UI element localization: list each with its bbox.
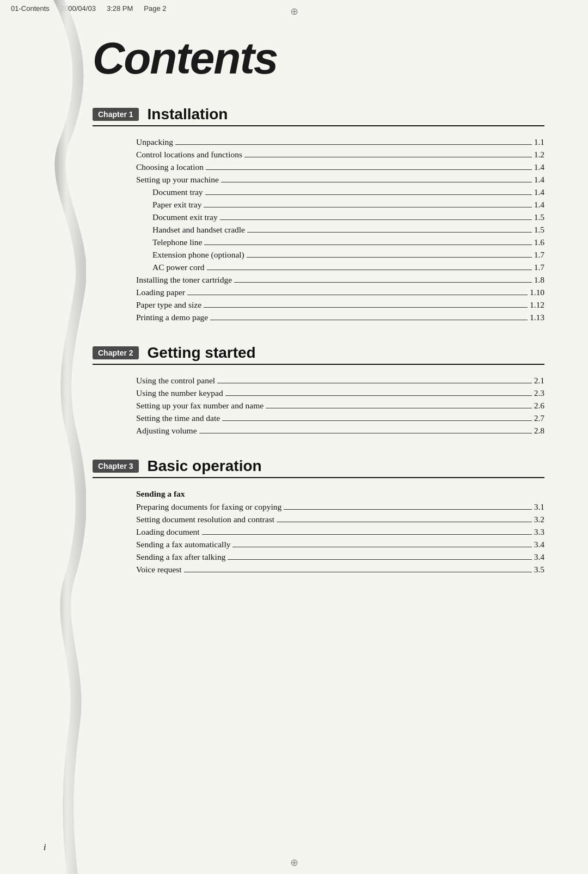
toc-entry-label: Paper exit tray: [152, 200, 201, 210]
toc-entry-label: Setting the time and date: [136, 413, 220, 423]
toc-entry: Paper type and size1.12: [136, 300, 544, 310]
toc-entry-label: Using the control panel: [136, 376, 215, 386]
toc-entries-2: Using the control panel2.1Using the numb…: [93, 376, 544, 436]
toc-entry-page: 2.6: [534, 401, 544, 411]
toc-entry: Sending a fax automatically3.4: [136, 540, 544, 549]
toc-entry-label: Document tray: [152, 187, 203, 197]
toc-dots: [221, 182, 532, 182]
toc-entry-page: 2.8: [534, 426, 544, 436]
chapter-header-2: Chapter 2Getting started: [93, 344, 544, 362]
toc-entry-page: 1.4: [534, 162, 544, 172]
toc-entry: Sending a fax: [136, 489, 544, 499]
toc-dots: [207, 270, 532, 270]
chapter-badge-2: Chapter 2: [93, 346, 139, 359]
toc-entry: Choosing a location1.4: [136, 162, 544, 172]
toc-entries-1: Unpacking1.1Control locations and functi…: [93, 137, 544, 322]
toc-entry: Document tray1.4: [136, 187, 544, 197]
toc-entry-label: Document exit tray: [152, 212, 218, 222]
toc-entry-label: Installing the toner cartridge: [136, 275, 232, 285]
toc-entry-page: 1.4: [534, 200, 544, 210]
chapter-badge-3: Chapter 3: [93, 460, 139, 473]
chapter-header-3: Chapter 3Basic operation: [93, 457, 544, 475]
toc-dots: [225, 395, 532, 396]
toc-entry: Voice request3.5: [136, 565, 544, 574]
toc-dots: [204, 307, 528, 308]
toc-entry-label: Loading document: [136, 527, 200, 537]
toc-entry-label: Sending a fax after talking: [136, 552, 225, 562]
toc-dots: [175, 144, 532, 145]
toc-dots: [204, 207, 531, 207]
toc-dots: [202, 534, 532, 535]
toc-entry-page: 1.5: [534, 212, 544, 222]
chapter-section-3: Chapter 3Basic operationSending a faxPre…: [93, 457, 544, 574]
toc-entry: Document exit tray1.5: [136, 212, 544, 222]
toc-entry-page: 2.3: [534, 388, 544, 398]
toc-entry-label: Extension phone (optional): [152, 250, 244, 260]
toc-dots: [247, 257, 532, 258]
toc-entry: Setting the time and date2.7: [136, 413, 544, 423]
toc-entries-3: Sending a faxPreparing documents for fax…: [93, 489, 544, 574]
toc-dots: [210, 320, 528, 320]
toc-entry-page: 1.7: [534, 250, 544, 260]
toc-entry: Adjusting volume2.8: [136, 426, 544, 436]
chapter-title-3: Basic operation: [148, 457, 262, 475]
toc-entry-page: 1.6: [534, 237, 544, 247]
toc-entry-page: 1.1: [534, 137, 544, 147]
chapter-title-2: Getting started: [148, 344, 256, 362]
toc-entry-page: 3.2: [534, 515, 544, 524]
page-title: Contents: [93, 33, 544, 84]
toc-entry: Control locations and functions1.2: [136, 150, 544, 160]
toc-dots: [244, 157, 532, 157]
toc-entry-label: Setting up your fax number and name: [136, 401, 264, 411]
toc-entry-page: 1.4: [534, 175, 544, 185]
toc-entry: Sending a fax after talking3.4: [136, 552, 544, 562]
toc-dots: [184, 572, 532, 572]
toc-entry-label: Handset and handset cradle: [152, 225, 245, 235]
main-content: Contents Chapter 1InstallationUnpacking1…: [0, 0, 588, 629]
toc-entry-page: 1.13: [530, 313, 544, 322]
toc-entry: Using the number keypad2.3: [136, 388, 544, 398]
toc-entry: Setting up your machine1.4: [136, 175, 544, 185]
toc-entry: Setting document resolution and contrast…: [136, 515, 544, 524]
toc-entry-page: 2.7: [534, 413, 544, 423]
chapter-divider-2: [93, 364, 544, 365]
toc-entry-label: Sending a fax automatically: [136, 540, 230, 549]
chapter-section-1: Chapter 1InstallationUnpacking1.1Control…: [93, 106, 544, 322]
toc-entry: Handset and handset cradle1.5: [136, 225, 544, 235]
toc-entry-label: Voice request: [136, 565, 182, 574]
toc-entry-label: AC power cord: [152, 262, 205, 272]
toc-dots: [187, 295, 528, 295]
toc-entry-label: Preparing documents for faxing or copyin…: [136, 502, 281, 512]
toc-entry-page: 1.4: [534, 187, 544, 197]
toc-entry-label: Setting up your machine: [136, 175, 219, 185]
toc-dots: [247, 232, 532, 233]
toc-entry: Loading paper1.10: [136, 288, 544, 297]
page-number: i: [44, 842, 46, 852]
toc-entry-page: 1.12: [530, 300, 544, 310]
toc-dots: [220, 219, 532, 220]
toc-entry-page: 1.8: [534, 275, 544, 285]
toc-entry: Preparing documents for faxing or copyin…: [136, 502, 544, 512]
toc-entry: Loading document3.3: [136, 527, 544, 537]
toc-entry: Installing the toner cartridge1.8: [136, 275, 544, 285]
toc-dots: [217, 383, 532, 383]
toc-entry-page: 3.4: [534, 552, 544, 562]
toc-entry: Using the control panel2.1: [136, 376, 544, 386]
chapter-section-2: Chapter 2Getting startedUsing the contro…: [93, 344, 544, 436]
toc-entry-label: Paper type and size: [136, 300, 201, 310]
toc-dots: [204, 245, 531, 245]
toc-entry-page: 2.1: [534, 376, 544, 386]
toc-dots: [234, 282, 532, 283]
toc-entry-page: 3.3: [534, 527, 544, 537]
toc-entry-label: Choosing a location: [136, 162, 204, 172]
toc-dots: [232, 547, 531, 547]
reg-mark-bottom: ⊕: [290, 857, 298, 869]
chapter-header-1: Chapter 1Installation: [93, 106, 544, 123]
toc-entry-label: Using the number keypad: [136, 388, 223, 398]
toc-dots: [228, 559, 531, 560]
toc-entry-label: Sending a fax: [136, 489, 185, 499]
toc-entry-label: Adjusting volume: [136, 426, 197, 436]
chapter-title-1: Installation: [148, 106, 228, 123]
toc-entry-page: 1.2: [534, 150, 544, 160]
toc-dots: [222, 420, 532, 421]
